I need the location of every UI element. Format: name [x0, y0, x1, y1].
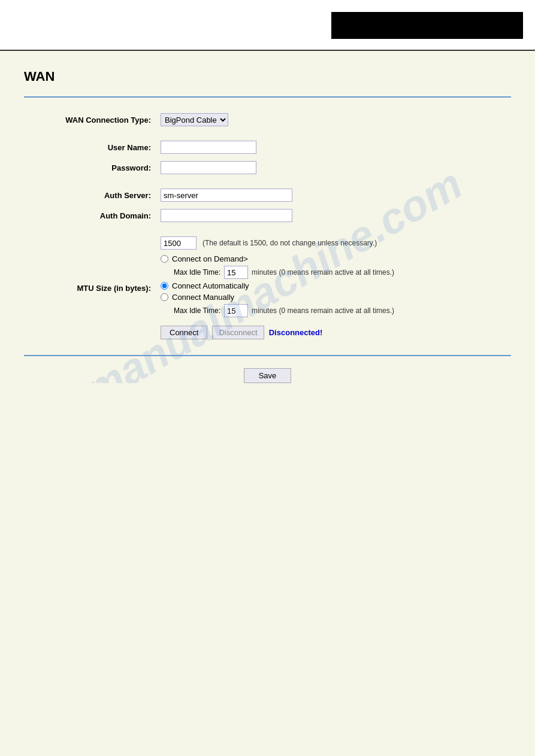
connect-manually-label: Connect Manually [172, 293, 234, 302]
page-content-inner: WAN WAN Connection Type: BigPond Cable P… [24, 69, 511, 383]
row-password: Password: [24, 157, 511, 178]
save-button[interactable]: Save [244, 368, 292, 383]
username-label: User Name: [24, 137, 156, 157]
auth-server-value-cell [156, 185, 511, 205]
row-mtu: MTU Size (in bytes): (The default is 150… [24, 233, 511, 343]
max-idle-input2[interactable] [224, 304, 248, 317]
row-wan-type: WAN Connection Type: BigPond Cable PPPoE… [24, 110, 511, 130]
form-table: WAN Connection Type: BigPond Cable PPPoE… [24, 110, 511, 343]
header [0, 0, 535, 51]
row-spacer1 [24, 130, 511, 137]
page-title: WAN [24, 69, 511, 84]
max-idle-label2: Max Idle Time: [174, 306, 220, 315]
max-idle-input1[interactable] [224, 266, 248, 279]
page-content: WAN WAN Connection Type: BigPond Cable P… [0, 51, 535, 756]
connect-manually-row: Connect Manually [161, 293, 506, 302]
auth-domain-value-cell [156, 205, 511, 226]
connect-on-demand-row: Connect on Demand> [161, 254, 506, 263]
connect-automatically-label: Connect Automatically [172, 281, 249, 290]
row-auth-domain: Auth Domain: [24, 205, 511, 226]
save-row: Save [24, 368, 511, 383]
mtu-label: MTU Size (in bytes): [24, 233, 156, 343]
row-spacer2 [24, 178, 511, 185]
username-value-cell [156, 137, 511, 157]
wan-type-value-cell: BigPond Cable PPPoE PPTP L2TP Static IP … [156, 110, 511, 130]
row-auth-server: Auth Server: [24, 185, 511, 205]
username-input[interactable] [161, 141, 256, 154]
row-spacer3 [24, 226, 511, 233]
max-idle-row2: Max Idle Time: minutes (0 means remain a… [174, 304, 506, 317]
divider-top [24, 96, 511, 98]
radio-connect-manually[interactable] [161, 293, 168, 301]
connect-automatically-row: Connect Automatically [161, 281, 506, 290]
connect-on-demand-label: Connect on Demand> [172, 254, 248, 263]
wan-connection-type-select[interactable]: BigPond Cable PPPoE PPTP L2TP Static IP … [161, 113, 228, 126]
auth-server-input[interactable] [161, 189, 292, 202]
mtu-value-cell: (The default is 1500, do not change unle… [156, 233, 511, 343]
password-value-cell [156, 157, 511, 178]
auth-domain-input[interactable] [161, 209, 292, 222]
mtu-input[interactable] [161, 236, 197, 250]
max-idle-row1: Max Idle Time: minutes (0 means remain a… [174, 266, 506, 279]
row-username: User Name: [24, 137, 511, 157]
password-label: Password: [24, 157, 156, 178]
max-idle-note2: minutes (0 means remain active at all ti… [252, 306, 394, 315]
wan-type-label: WAN Connection Type: [24, 110, 156, 130]
status-badge: Disconnected! [269, 328, 323, 337]
connect-row: Connect Disconnect Disconnected! [161, 326, 506, 339]
auth-server-label: Auth Server: [24, 185, 156, 205]
divider-bottom [24, 355, 511, 356]
disconnect-button[interactable]: Disconnect [212, 326, 264, 339]
max-idle-label1: Max Idle Time: [174, 268, 220, 277]
header-black-box [331, 12, 523, 39]
radio-connect-automatically[interactable] [161, 282, 168, 290]
password-input[interactable] [161, 161, 256, 174]
max-idle-note1: minutes (0 means remain active at all ti… [252, 268, 394, 277]
radio-connect-on-demand[interactable] [161, 255, 168, 263]
connect-button[interactable]: Connect [161, 326, 207, 339]
mtu-note: (The default is 1500, do not change unle… [202, 239, 377, 247]
auth-domain-label: Auth Domain: [24, 205, 156, 226]
